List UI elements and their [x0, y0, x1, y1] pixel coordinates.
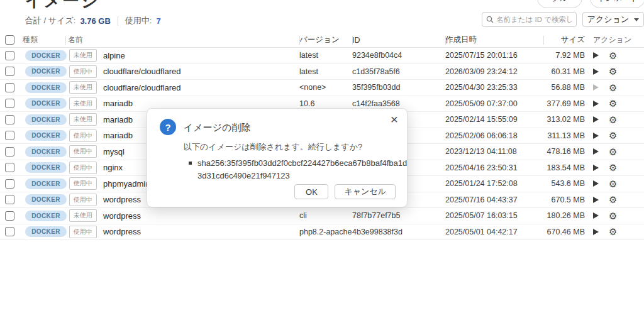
stats-divider	[118, 16, 118, 26]
image-created: 2025/04/16 23:50:31	[445, 163, 543, 172]
run-image-icon[interactable]	[593, 116, 599, 123]
settings-gear-icon[interactable]: ⚙	[609, 115, 617, 124]
image-size: 543.6 MB	[543, 179, 585, 188]
image-created: 2025/07/15 20:01:16	[445, 51, 543, 60]
image-size: 311.13 MB	[543, 131, 585, 140]
type-badge: DOCKER	[25, 66, 67, 77]
row-checkbox[interactable]	[5, 179, 14, 189]
table-row: DOCKER使用中wordpressphp8.2-apache4b3e99838…	[0, 224, 644, 241]
settings-gear-icon[interactable]: ⚙	[609, 51, 617, 60]
settings-gear-icon[interactable]: ⚙	[609, 179, 617, 189]
image-name: wordpress	[103, 227, 141, 236]
run-image-icon[interactable]	[593, 180, 599, 187]
header-id: ID	[352, 33, 445, 47]
settings-gear-icon[interactable]: ⚙	[609, 147, 617, 156]
run-image-icon[interactable]	[593, 133, 599, 139]
row-checkbox[interactable]	[5, 211, 14, 221]
image-created: 2025/07/16 04:43:37	[445, 195, 543, 204]
image-size: 670.5 MB	[543, 195, 585, 204]
bullet-icon	[189, 162, 192, 165]
run-image-icon[interactable]	[593, 165, 599, 171]
container-manager-images-page: イメージ プル インポート 合計 / サイズ: 3.76 GB 使用中: 7 ア…	[0, 0, 644, 313]
type-badge: DOCKER	[25, 178, 67, 189]
header-name: 名前	[65, 33, 299, 47]
status-chip: 未使用	[69, 209, 97, 222]
row-checkbox[interactable]	[5, 99, 14, 108]
status-chip: 使用中	[69, 129, 97, 142]
row-checkbox[interactable]	[5, 83, 14, 92]
ok-button[interactable]: OK	[294, 184, 328, 199]
settings-gear-icon[interactable]: ⚙	[609, 131, 617, 140]
table-row: DOCKER未使用cloudflare/cloudflared<none>35f…	[0, 80, 644, 96]
image-name: cloudflare/cloudflared	[103, 83, 181, 92]
row-checkbox[interactable]	[5, 147, 14, 156]
image-size: 377.69 MB	[543, 99, 585, 108]
row-checkbox[interactable]	[5, 131, 14, 140]
image-name: wordpress	[103, 211, 141, 221]
settings-gear-icon[interactable]: ⚙	[609, 83, 617, 92]
question-icon: ?	[160, 119, 176, 135]
dialog-image-item: sha256:35f395fb03dd2f0cbcf224427b6eca67b…	[189, 157, 408, 182]
run-image-icon[interactable]	[593, 52, 599, 58]
import-button[interactable]: インポート	[590, 0, 644, 8]
status-chip: 使用中	[69, 177, 97, 190]
settings-gear-icon[interactable]: ⚙	[609, 195, 617, 204]
type-badge: DOCKER	[25, 50, 67, 61]
row-checkbox[interactable]	[5, 67, 14, 76]
table-row: DOCKER未使用alpinelatest9234e8fb04c42025/07…	[0, 48, 644, 64]
image-created: 2025/05/01 04:42:17	[445, 228, 543, 236]
status-chip: 使用中	[69, 65, 97, 78]
status-chip: 使用中	[69, 145, 97, 158]
image-id: 35f395fb03dd	[352, 83, 445, 92]
image-size: 180.26 MB	[543, 211, 585, 220]
image-sha: sha256:35f395fb03dd2f0cbcf224427b6eca67b…	[197, 157, 408, 182]
close-icon[interactable]: ×	[391, 113, 398, 126]
run-image-icon[interactable]	[593, 148, 599, 155]
type-badge: DOCKER	[25, 130, 67, 141]
settings-gear-icon[interactable]: ⚙	[609, 211, 617, 221]
actions-dropdown-button[interactable]: アクション	[582, 12, 644, 27]
image-name: phpmyadmin	[103, 179, 150, 189]
row-checkbox[interactable]	[5, 115, 14, 124]
row-checkbox[interactable]	[5, 227, 14, 236]
total-size-value: 3.76 GB	[80, 16, 110, 26]
run-image-icon[interactable]	[593, 229, 599, 235]
status-chip: 未使用	[69, 97, 97, 110]
run-image-icon[interactable]	[593, 84, 599, 91]
run-image-icon[interactable]	[593, 101, 599, 107]
page-title: イメージ	[25, 0, 99, 12]
header-action: アクション	[585, 33, 644, 47]
settings-gear-icon[interactable]: ⚙	[609, 67, 617, 76]
row-checkbox[interactable]	[5, 195, 14, 204]
image-id: c14f2faa3568	[352, 99, 445, 108]
image-version: latest	[299, 67, 352, 76]
image-name: alpine	[103, 51, 125, 60]
run-image-icon[interactable]	[593, 69, 599, 75]
cancel-button[interactable]: キャンセル	[335, 184, 396, 199]
image-created: 2025/01/24 17:52:08	[445, 179, 543, 188]
search-icon	[486, 16, 494, 23]
image-name: wordpress	[103, 195, 141, 204]
row-checkbox[interactable]	[5, 163, 14, 172]
run-image-icon[interactable]	[593, 212, 599, 219]
actions-dropdown-label: アクション	[587, 14, 630, 25]
search-box[interactable]	[482, 12, 577, 27]
row-checkbox[interactable]	[5, 51, 14, 60]
image-version: <none>	[299, 83, 352, 92]
select-all-checkbox[interactable]	[5, 35, 14, 45]
image-id: 78f7b77ef7b5	[352, 211, 445, 220]
image-size: 7.92 MB	[543, 51, 585, 60]
settings-gear-icon[interactable]: ⚙	[609, 99, 617, 108]
type-badge: DOCKER	[25, 114, 67, 125]
status-chip: 使用中	[69, 162, 97, 174]
image-id: 9234e8fb04c4	[352, 51, 445, 60]
settings-gear-icon[interactable]: ⚙	[609, 227, 617, 236]
image-version: latest	[299, 51, 352, 60]
image-size: 183.54 MB	[543, 163, 585, 172]
image-name: mariadb	[103, 115, 133, 124]
run-image-icon[interactable]	[593, 197, 599, 203]
settings-gear-icon[interactable]: ⚙	[609, 163, 617, 172]
search-input[interactable]	[496, 16, 572, 23]
pull-button[interactable]: プル	[537, 0, 582, 8]
type-badge: DOCKER	[25, 146, 67, 157]
